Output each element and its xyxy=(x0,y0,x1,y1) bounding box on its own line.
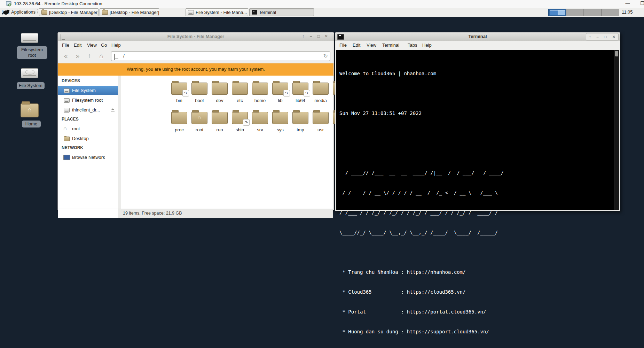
root-warning-banner: Warning, you are using the root account,… xyxy=(58,63,333,76)
file-item-srv[interactable]: srv xyxy=(250,112,270,132)
close-button[interactable]: ✕ xyxy=(612,34,615,39)
applications-menu-button[interactable]: Applications xyxy=(0,8,36,17)
terminal-line: * Trang chu NhanHoa : https://nhanhoa.co… xyxy=(339,269,504,276)
eject-icon[interactable] xyxy=(111,108,115,110)
home-folder-icon: ⌂ xyxy=(21,103,39,117)
sidebar-header-places: PLACES xyxy=(62,117,79,122)
minimize-button[interactable]: – xyxy=(596,34,599,39)
menu-go[interactable]: Go xyxy=(101,42,107,48)
home-button[interactable]: ⌂ xyxy=(96,51,107,61)
file-item-sbin[interactable]: ↷ sbin xyxy=(230,112,250,132)
menu-edit[interactable]: Edit xyxy=(74,42,81,48)
file-item-dev[interactable]: dev xyxy=(210,83,230,103)
terminal-titlebar[interactable]: Terminal ↑ – □ ✕ xyxy=(335,32,620,41)
rdp-maximize-button[interactable]: ❒ xyxy=(640,1,644,6)
statusbar-text: 19 items, Free space: 21.9 GB xyxy=(123,211,182,216)
terminal-output-area[interactable]: Welcome to Cloud365 | nhanhoa.com Sun No… xyxy=(336,50,614,210)
folder-icon xyxy=(272,112,288,124)
path-bar[interactable]: / ↻ xyxy=(111,51,330,61)
terminal-ascii-art-line: ______ __ __ ____ _____ ______ xyxy=(339,150,504,156)
terminal-ascii-art-line: / /___ / / /_/ / /_/ / / /_/ / ___/ / / … xyxy=(339,209,504,216)
rdp-window-title: 103.28.36.64 - Remote Desktop Connection xyxy=(14,1,102,6)
desktop-icon-file-system[interactable]: File System xyxy=(17,68,45,89)
menu-tabs[interactable]: Tabs xyxy=(408,42,417,48)
desktop-icon-label: File System xyxy=(17,82,45,89)
file-manager-titlebar[interactable]: File System - File Manager ↑ – □ ✕ xyxy=(58,32,334,41)
rdp-minimize-button[interactable]: — xyxy=(625,1,630,6)
symlink-emblem-icon: ↷ xyxy=(182,90,189,96)
workspace-2[interactable] xyxy=(566,9,584,16)
file-item-media[interactable]: media xyxy=(311,83,331,103)
drive-icon xyxy=(188,10,194,15)
file-manager-window-title: File System - File Manager xyxy=(58,34,334,39)
file-manager-toolbar: « » ↑ ⌂ / ↻ xyxy=(58,50,333,63)
workspace-4[interactable] xyxy=(602,9,619,16)
taskbar-button-desktop-file-manager-2[interactable]: [Desktop - File Manager] xyxy=(100,8,159,16)
folder-icon xyxy=(41,10,47,15)
menu-edit[interactable]: Edit xyxy=(353,42,360,48)
terminal-scrollbar-thumb[interactable] xyxy=(615,51,618,56)
file-item-boot[interactable]: boot xyxy=(189,83,210,103)
sidebar-item-desktop[interactable]: Desktop xyxy=(58,134,118,143)
clock: 11:05 xyxy=(622,9,642,15)
workspace-pager[interactable] xyxy=(548,9,619,16)
menu-file[interactable]: File xyxy=(339,42,347,48)
menu-view[interactable]: View xyxy=(367,42,376,48)
workspace-1-active[interactable] xyxy=(548,9,566,16)
reload-icon[interactable]: ↻ xyxy=(323,53,328,59)
menu-terminal[interactable]: Terminal xyxy=(382,42,399,48)
desktop-icon-home[interactable]: ⌂ Home xyxy=(17,103,41,127)
sidebar-item-file-system[interactable]: File System xyxy=(58,86,118,95)
home-icon: ⌂ xyxy=(63,125,67,132)
terminal-scrollbar[interactable] xyxy=(614,50,619,210)
maximize-button[interactable]: □ xyxy=(315,34,322,39)
file-item-bin[interactable]: ↷ bin xyxy=(169,83,189,103)
workspace-3[interactable] xyxy=(584,9,602,16)
close-button[interactable]: ✕ xyxy=(323,34,329,39)
folder-icon xyxy=(252,83,268,95)
menu-help[interactable]: Help xyxy=(422,42,432,48)
file-item-home[interactable]: home xyxy=(250,83,270,103)
sidebar-item-browse-network[interactable]: Browse Network xyxy=(58,153,118,162)
file-item-etc[interactable]: etc xyxy=(230,83,250,103)
shade-button[interactable]: ↑ xyxy=(589,34,591,39)
back-button[interactable]: « xyxy=(60,51,71,61)
file-item-lib[interactable]: ↷ lib xyxy=(270,83,290,103)
folder-icon: ↷ xyxy=(232,112,248,124)
taskbar-button-terminal[interactable]: Terminal xyxy=(249,8,314,16)
rdp-icon xyxy=(6,1,12,7)
taskbar-button-file-system[interactable]: File System - File Mana... xyxy=(186,8,248,16)
terminal-line: * Cloud365 : https://cloud365.vn/ xyxy=(339,289,504,295)
up-button[interactable]: ↑ xyxy=(84,51,95,61)
maximize-button[interactable]: □ xyxy=(604,34,606,39)
menu-view[interactable]: View xyxy=(87,42,97,48)
drive-icon xyxy=(64,88,70,93)
file-item-usr[interactable]: usr xyxy=(311,112,331,132)
file-manager-statusbar: 19 items, Free space: 21.9 GB xyxy=(118,209,333,218)
file-item-sys[interactable]: sys xyxy=(270,112,290,132)
path-text: / xyxy=(123,53,125,59)
terminal-ascii-art-line: / / / / __ \/ / / / / __ / /_ < / __ \ /… xyxy=(339,190,504,196)
optical-drive-icon xyxy=(21,33,38,43)
shade-button[interactable]: ↑ xyxy=(300,34,306,39)
file-item-root[interactable]: ⌂ root xyxy=(189,112,210,132)
sidebar-header-network: NETWORK xyxy=(62,145,83,150)
terminal-line: * Portal : https://portal.cloud365.vn/ xyxy=(339,309,504,315)
file-item-tmp[interactable]: tmp xyxy=(290,112,311,132)
terminal-line: Sun Nov 27 11:03:51 +07 2022 xyxy=(339,110,504,117)
file-list-view[interactable]: ↷ bin boot dev etc home ↷ lib xyxy=(121,76,333,209)
sidebar-item-thinclient-drives[interactable]: thinclient_dr... xyxy=(58,106,118,115)
file-item-lib64[interactable]: ↷ lib64 xyxy=(290,83,311,103)
sidebar-item-filesystem-root[interactable]: Filesystem root xyxy=(58,96,118,105)
folder-icon: ↷ xyxy=(292,83,308,95)
minimize-button[interactable]: – xyxy=(308,34,314,39)
taskbar-button-desktop-file-manager-1[interactable]: [Desktop - File Manager] xyxy=(39,8,99,16)
taskbar-separator xyxy=(37,9,38,15)
file-item-proc[interactable]: proc xyxy=(169,112,189,132)
menu-help[interactable]: Help xyxy=(111,42,121,48)
menu-file[interactable]: File xyxy=(62,42,69,48)
file-item-run[interactable]: run xyxy=(210,112,230,132)
desktop-icon-filesystem-root[interactable]: Filesystem root xyxy=(17,33,47,59)
forward-button[interactable]: » xyxy=(72,51,83,61)
sidebar-item-root[interactable]: ⌂ root xyxy=(58,124,118,133)
